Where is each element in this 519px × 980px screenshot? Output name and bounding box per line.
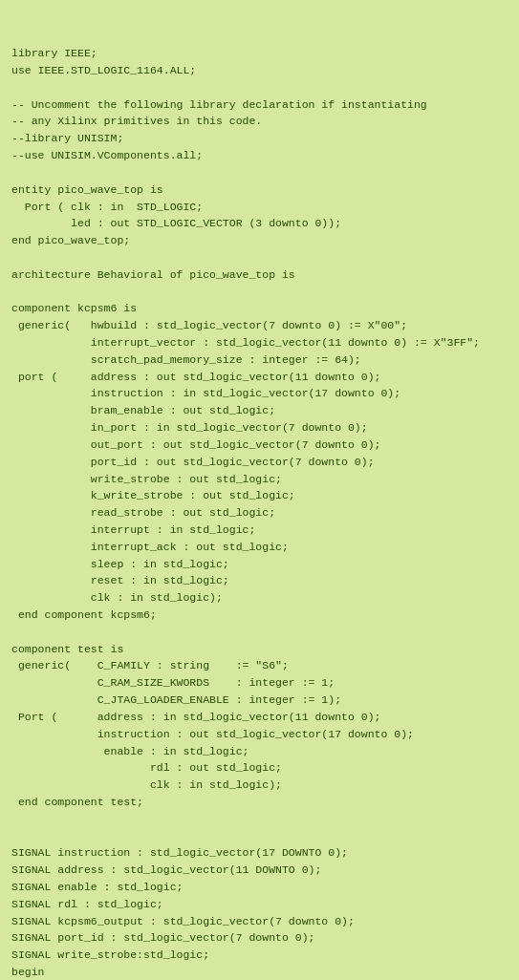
code-container: library IEEE; use IEEE.STD_LOGIC_1164.AL…: [0, 0, 519, 980]
code-block: library IEEE; use IEEE.STD_LOGIC_1164.AL…: [11, 45, 508, 980]
